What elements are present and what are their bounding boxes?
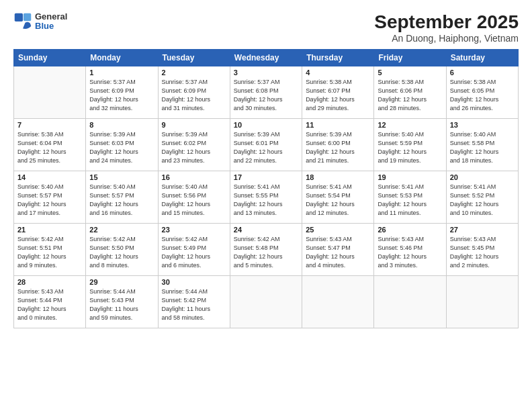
day-info: Sunrise: 5:43 AMSunset: 5:45 PMDaylight:… [450, 235, 515, 270]
calendar-cell [302, 275, 374, 328]
day-info: Sunrise: 5:38 AMSunset: 6:06 PMDaylight:… [378, 78, 442, 113]
calendar-cell: 13Sunrise: 5:40 AMSunset: 5:58 PMDayligh… [446, 118, 518, 171]
calendar-cell: 24Sunrise: 5:42 AMSunset: 5:48 PMDayligh… [230, 223, 302, 275]
day-number: 20 [450, 173, 515, 181]
day-number: 19 [378, 173, 442, 181]
calendar-cell: 2Sunrise: 5:37 AMSunset: 6:09 PMDaylight… [158, 66, 230, 118]
calendar-cell: 7Sunrise: 5:38 AMSunset: 6:04 PMDaylight… [14, 118, 86, 171]
header: General Blue September 2025 An Duong, Ha… [13, 12, 519, 44]
day-number: 2 [162, 68, 226, 77]
day-info: Sunrise: 5:40 AMSunset: 5:57 PMDaylight:… [17, 183, 82, 218]
calendar-table: SundayMondayTuesdayWednesdayThursdayFrid… [13, 49, 519, 328]
calendar-cell: 14Sunrise: 5:40 AMSunset: 5:57 PMDayligh… [14, 171, 86, 223]
calendar-header-row: SundayMondayTuesdayWednesdayThursdayFrid… [14, 49, 519, 66]
week-row-1: 7Sunrise: 5:38 AMSunset: 6:04 PMDaylight… [14, 118, 519, 171]
day-info: Sunrise: 5:41 AMSunset: 5:55 PMDaylight:… [234, 183, 298, 218]
day-info: Sunrise: 5:39 AMSunset: 6:03 PMDaylight:… [89, 130, 154, 165]
col-header-tuesday: Tuesday [158, 49, 230, 66]
day-number: 14 [17, 173, 82, 181]
day-info: Sunrise: 5:43 AMSunset: 5:47 PMDaylight:… [306, 235, 370, 270]
calendar-cell: 1Sunrise: 5:37 AMSunset: 6:09 PMDaylight… [86, 66, 158, 118]
logo: General Blue [13, 12, 67, 32]
calendar-cell: 20Sunrise: 5:41 AMSunset: 5:52 PMDayligh… [446, 171, 518, 223]
day-number: 10 [234, 121, 298, 129]
day-info: Sunrise: 5:39 AMSunset: 6:02 PMDaylight:… [162, 130, 226, 165]
day-info: Sunrise: 5:42 AMSunset: 5:49 PMDaylight:… [162, 235, 226, 270]
day-info: Sunrise: 5:43 AMSunset: 5:46 PMDaylight:… [378, 235, 442, 270]
day-number: 17 [234, 173, 298, 181]
col-header-monday: Monday [86, 49, 158, 66]
day-info: Sunrise: 5:39 AMSunset: 6:00 PMDaylight:… [306, 130, 370, 165]
calendar-cell: 26Sunrise: 5:43 AMSunset: 5:46 PMDayligh… [374, 223, 446, 275]
week-row-2: 14Sunrise: 5:40 AMSunset: 5:57 PMDayligh… [14, 171, 519, 223]
day-info: Sunrise: 5:44 AMSunset: 5:42 PMDaylight:… [162, 287, 226, 322]
calendar-cell: 8Sunrise: 5:39 AMSunset: 6:03 PMDaylight… [86, 118, 158, 171]
day-number: 22 [89, 226, 154, 234]
day-info: Sunrise: 5:40 AMSunset: 5:58 PMDaylight:… [450, 130, 515, 165]
calendar-cell: 30Sunrise: 5:44 AMSunset: 5:42 PMDayligh… [158, 275, 230, 328]
calendar-cell: 17Sunrise: 5:41 AMSunset: 5:55 PMDayligh… [230, 171, 302, 223]
calendar-cell: 10Sunrise: 5:39 AMSunset: 6:01 PMDayligh… [230, 118, 302, 171]
day-number: 11 [306, 121, 370, 129]
calendar-cell: 22Sunrise: 5:42 AMSunset: 5:50 PMDayligh… [86, 223, 158, 275]
week-row-3: 21Sunrise: 5:42 AMSunset: 5:51 PMDayligh… [14, 223, 519, 275]
day-number: 24 [234, 226, 298, 234]
day-number: 3 [234, 68, 298, 77]
day-number: 7 [17, 121, 82, 129]
page-subtitle: An Duong, Haiphong, Vietnam [374, 33, 519, 44]
day-info: Sunrise: 5:37 AMSunset: 6:09 PMDaylight:… [89, 78, 154, 113]
calendar-cell: 23Sunrise: 5:42 AMSunset: 5:49 PMDayligh… [158, 223, 230, 275]
day-number: 29 [89, 278, 154, 286]
calendar-cell: 28Sunrise: 5:43 AMSunset: 5:44 PMDayligh… [14, 275, 86, 328]
day-info: Sunrise: 5:38 AMSunset: 6:04 PMDaylight:… [17, 130, 82, 165]
svg-rect-0 [15, 13, 23, 21]
day-number: 4 [306, 68, 370, 77]
col-header-saturday: Saturday [446, 49, 518, 66]
day-number: 27 [450, 226, 515, 234]
day-number: 18 [306, 173, 370, 181]
calendar-cell: 3Sunrise: 5:37 AMSunset: 6:08 PMDaylight… [230, 66, 302, 118]
calendar-cell: 21Sunrise: 5:42 AMSunset: 5:51 PMDayligh… [14, 223, 86, 275]
day-info: Sunrise: 5:37 AMSunset: 6:08 PMDaylight:… [234, 78, 298, 113]
day-info: Sunrise: 5:43 AMSunset: 5:44 PMDaylight:… [17, 287, 82, 322]
calendar-cell: 9Sunrise: 5:39 AMSunset: 6:02 PMDaylight… [158, 118, 230, 171]
calendar-cell: 4Sunrise: 5:38 AMSunset: 6:07 PMDaylight… [302, 66, 374, 118]
svg-rect-1 [24, 13, 31, 21]
calendar-cell: 5Sunrise: 5:38 AMSunset: 6:06 PMDaylight… [374, 66, 446, 118]
day-number: 21 [17, 226, 82, 234]
calendar-cell: 27Sunrise: 5:43 AMSunset: 5:45 PMDayligh… [446, 223, 518, 275]
logo-general-text: General [35, 12, 67, 21]
col-header-thursday: Thursday [302, 49, 374, 66]
day-number: 28 [17, 278, 82, 286]
calendar-cell: 18Sunrise: 5:41 AMSunset: 5:54 PMDayligh… [302, 171, 374, 223]
col-header-friday: Friday [374, 49, 446, 66]
day-info: Sunrise: 5:38 AMSunset: 6:07 PMDaylight:… [306, 78, 370, 113]
day-info: Sunrise: 5:44 AMSunset: 5:43 PMDaylight:… [89, 287, 154, 322]
calendar-cell: 25Sunrise: 5:43 AMSunset: 5:47 PMDayligh… [302, 223, 374, 275]
day-info: Sunrise: 5:42 AMSunset: 5:51 PMDaylight:… [17, 235, 82, 270]
calendar-cell [14, 66, 86, 118]
title-block: September 2025 An Duong, Haiphong, Vietn… [374, 12, 519, 44]
day-info: Sunrise: 5:40 AMSunset: 5:56 PMDaylight:… [162, 183, 226, 218]
col-header-sunday: Sunday [14, 49, 86, 66]
day-number: 12 [378, 121, 442, 129]
logo-icon [13, 12, 32, 31]
day-number: 15 [89, 173, 154, 181]
day-info: Sunrise: 5:38 AMSunset: 6:05 PMDaylight:… [450, 78, 515, 113]
calendar-cell [446, 275, 518, 328]
day-info: Sunrise: 5:42 AMSunset: 5:48 PMDaylight:… [234, 235, 298, 270]
calendar-cell: 19Sunrise: 5:41 AMSunset: 5:53 PMDayligh… [374, 171, 446, 223]
day-number: 13 [450, 121, 515, 129]
calendar-cell [230, 275, 302, 328]
day-info: Sunrise: 5:37 AMSunset: 6:09 PMDaylight:… [162, 78, 226, 113]
page: General Blue September 2025 An Duong, Ha… [0, 0, 532, 411]
week-row-0: 1Sunrise: 5:37 AMSunset: 6:09 PMDaylight… [14, 66, 519, 118]
day-info: Sunrise: 5:40 AMSunset: 5:59 PMDaylight:… [378, 130, 442, 165]
day-info: Sunrise: 5:41 AMSunset: 5:53 PMDaylight:… [378, 183, 442, 218]
day-number: 9 [162, 121, 226, 129]
day-info: Sunrise: 5:41 AMSunset: 5:52 PMDaylight:… [450, 183, 515, 218]
calendar-cell: 11Sunrise: 5:39 AMSunset: 6:00 PMDayligh… [302, 118, 374, 171]
day-number: 1 [89, 68, 154, 77]
day-number: 23 [162, 226, 226, 234]
calendar-cell: 29Sunrise: 5:44 AMSunset: 5:43 PMDayligh… [86, 275, 158, 328]
